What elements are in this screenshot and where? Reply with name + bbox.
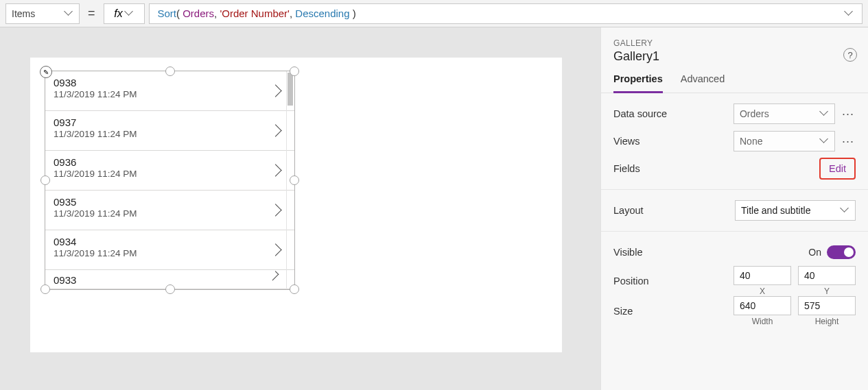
more-icon[interactable]: ··· [841,138,856,144]
fields-label: Fields [613,163,640,174]
chevron-right-icon[interactable] [271,245,281,255]
resize-handle[interactable] [165,284,175,294]
chevron-down-icon[interactable] [845,10,854,18]
item-subtitle: 11/3/2019 11:24 PM [54,89,286,99]
item-subtitle: 11/3/2019 11:24 PM [54,248,286,258]
item-title: 0937 [54,117,286,128]
chevron-right-icon[interactable] [271,166,281,175]
gallery-control[interactable]: ✎ 0938 11/3/2019 11:24 PM 0937 11/3/2019… [45,71,295,290]
canvas[interactable]: ✎ 0938 11/3/2019 11:24 PM 0937 11/3/2019… [30,58,562,352]
panel-header: GALLERY Gallery1 ? [601,27,868,64]
control-type-label: GALLERY [613,38,856,48]
list-item[interactable]: 0936 11/3/2019 11:24 PM [45,151,294,191]
chevron-down-icon [841,206,849,215]
list-item[interactable]: 0937 11/3/2019 11:24 PM [45,111,294,151]
size-height-input[interactable]: 575 [798,296,856,315]
position-label: Position [613,276,649,287]
chevron-right-icon[interactable] [271,86,281,96]
list-item[interactable]: 0938 11/3/2019 11:24 PM [45,71,294,111]
tab-properties[interactable]: Properties [613,73,663,93]
chevron-down-icon [126,10,134,18]
fx-label: fx [114,8,122,20]
list-item[interactable]: 0934 11/3/2019 11:24 PM [45,230,294,270]
chevron-down-icon [821,137,829,145]
property-selector-value: Items [12,8,35,19]
scrollbar-thumb[interactable] [288,73,293,106]
views-value: None [740,136,762,147]
formula-input[interactable]: Sort( Orders, 'Order Number', Descending… [149,3,863,24]
chevron-right-icon[interactable] [271,126,281,136]
resize-handle[interactable] [290,66,299,76]
control-name[interactable]: Gallery1 [613,49,856,64]
layout-value: Title and subtitle [741,205,810,216]
pencil-icon[interactable]: ✎ [40,66,52,78]
size-width-input[interactable]: 640 [734,296,791,315]
data-source-value: Orders [740,108,769,119]
resize-handle[interactable] [165,66,175,76]
property-selector[interactable]: Items [5,3,80,24]
section-data: Data source Orders ··· Views None ··· Fi… [601,93,868,190]
data-source-label: Data source [613,108,667,119]
resize-handle[interactable] [290,284,299,294]
properties-panel: GALLERY Gallery1 ? Properties Advanced D… [600,27,868,390]
layout-dropdown[interactable]: Title and subtitle [735,200,856,221]
formula-text: Sort( Orders, 'Order Number', Descending… [158,8,356,19]
item-subtitle: 11/3/2019 11:24 PM [54,129,286,139]
equals-sign: = [84,6,99,21]
resize-handle[interactable] [40,284,50,294]
visible-state: On [808,247,821,258]
chevron-down-icon [821,110,829,118]
visible-toggle[interactable] [827,245,856,259]
views-label: Views [613,136,640,147]
chevron-right-icon[interactable] [271,275,281,284]
size-width-label: Width [752,317,773,326]
position-y-input[interactable]: 40 [798,266,856,285]
edit-fields-button[interactable]: Edit [819,158,856,180]
size-height-label: Height [815,317,839,326]
position-x-input[interactable]: 40 [734,266,791,285]
tab-advanced[interactable]: Advanced [681,73,725,93]
canvas-area: ✎ 0938 11/3/2019 11:24 PM 0937 11/3/2019… [0,27,600,390]
list-item[interactable]: 0935 11/3/2019 11:24 PM [45,191,294,230]
resize-handle[interactable] [290,175,299,185]
item-title: 0934 [54,236,286,247]
views-dropdown[interactable]: None [734,131,835,151]
more-icon[interactable]: ··· [841,111,856,117]
size-label: Size [613,306,633,317]
section-display: Visible On Position 40 X 40 Y Size [601,232,868,333]
position-x-label: X [760,287,765,296]
fx-button[interactable]: fx [104,3,145,24]
visible-label: Visible [613,247,642,258]
item-subtitle: 11/3/2019 11:24 PM [54,169,286,179]
section-layout: Layout Title and subtitle [601,190,868,232]
panel-tabs: Properties Advanced [601,64,868,93]
item-title: 0935 [54,196,286,208]
layout-label: Layout [613,205,644,216]
item-title: 0938 [54,77,286,88]
chevron-down-icon [65,10,73,18]
chevron-right-icon[interactable] [271,206,281,215]
data-source-dropdown[interactable]: Orders [734,103,835,124]
item-title: 0936 [54,156,286,168]
item-subtitle: 11/3/2019 11:24 PM [54,208,286,219]
gallery-items: 0938 11/3/2019 11:24 PM 0937 11/3/2019 1… [45,71,294,289]
formula-bar: Items = fx Sort( Orders, 'Order Number',… [0,0,868,27]
resize-handle[interactable] [40,175,50,185]
help-icon[interactable]: ? [843,48,857,62]
position-y-label: Y [824,287,830,296]
